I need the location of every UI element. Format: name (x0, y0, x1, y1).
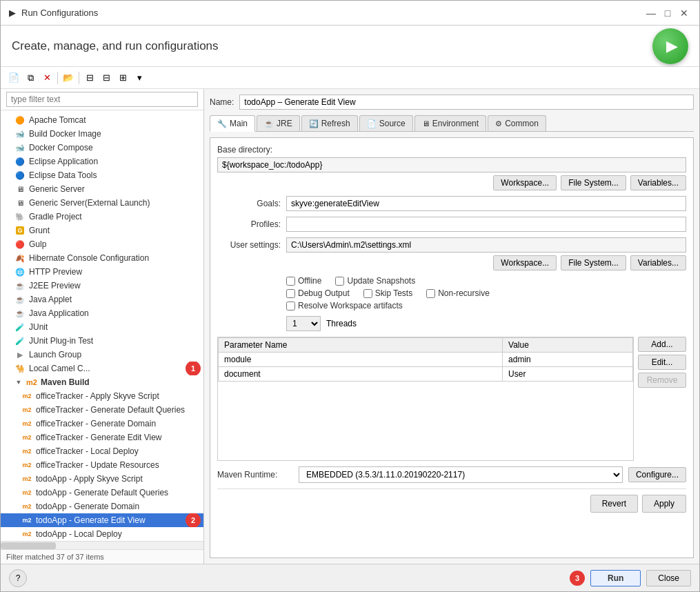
tree-item-hibernate[interactable]: 🍂 Hibernate Console Configuration (1, 251, 203, 265)
apply-btn[interactable]: Apply (642, 495, 686, 513)
tree-item-launch-group[interactable]: ▶ Launch Group (1, 348, 203, 362)
remove-param-btn[interactable]: Remove (638, 373, 686, 388)
close-window-btn[interactable]: ✕ (677, 6, 691, 20)
tab-jre[interactable]: ☕ JRE (257, 115, 300, 131)
tree-item-officetracker-deploy[interactable]: m2 officeTracker - Local Deploy (1, 444, 203, 458)
scrollbar-thumb (1, 542, 56, 549)
revert-apply-row: Revert Apply (217, 489, 686, 513)
tree-item-apache-tomcat[interactable]: 🟠 Apache Tomcat (1, 113, 203, 127)
camel-icon: 🐪 (14, 363, 26, 374)
launch-icon: ▶ (14, 349, 26, 360)
edit-param-btn[interactable]: Edit... (638, 355, 686, 370)
tree-item-http[interactable]: 🌐 HTTP Preview (1, 265, 203, 279)
separator2 (79, 72, 79, 84)
param-row-module[interactable]: module admin (219, 353, 633, 367)
tree-item-officetracker-edit[interactable]: m2 officeTracker - Generate Edit View (1, 431, 203, 444)
offline-checkbox[interactable]: Offline (286, 276, 321, 286)
duplicate-btn[interactable]: ⧉ (23, 70, 38, 86)
tree-item-officetracker-apply[interactable]: m2 officeTracker - Apply Skyve Script (1, 389, 203, 403)
m2-icon: m2 (21, 501, 32, 512)
collapse-all-btn[interactable]: ⊟ (99, 70, 114, 86)
resolve-workspace-checkbox[interactable]: Resolve Workspace artifacts (286, 301, 403, 310)
tree-item-docker-compose[interactable]: 🐋 Docker Compose (1, 141, 203, 155)
view-menu-btn[interactable]: ▾ (132, 70, 147, 86)
update-snapshots-checkbox[interactable]: Update Snapshots (335, 276, 415, 286)
run-green-button[interactable] (652, 28, 688, 64)
tree-item-java-app[interactable]: ☕ Java Application (1, 306, 203, 320)
tree-item-todoapp-deploy[interactable]: m2 todoApp - Local Deploy (1, 527, 203, 541)
base-directory-input[interactable] (217, 157, 686, 172)
tree-item-todoapp-apply[interactable]: m2 todoApp - Apply Skyve Script (1, 472, 203, 486)
tree-item-build-docker[interactable]: 🐋 Build Docker Image (1, 127, 203, 141)
maven-expand-icon: ▼ (14, 378, 23, 386)
workspace-btn-2[interactable]: Workspace... (493, 255, 557, 270)
tree-item-grunt[interactable]: G Grunt (1, 224, 203, 237)
tree-item-gradle[interactable]: 🐘 Gradle Project (1, 210, 203, 224)
params-table: Parameter Name Value module admin (218, 337, 633, 382)
col-param-name: Parameter Name (219, 338, 503, 353)
open-folder-btn[interactable]: 📂 (61, 70, 76, 86)
tree-item-maven-build[interactable]: ▼ m2 Maven Build (1, 375, 203, 389)
workspace-btn-1[interactable]: Workspace... (493, 175, 557, 190)
delete-btn[interactable]: ✕ (39, 70, 54, 86)
tab-common[interactable]: ⚙ Common (488, 115, 546, 131)
tab-environment[interactable]: 🖥 Environment (414, 115, 486, 131)
variables-btn-2[interactable]: Variables... (630, 255, 686, 270)
grunt-icon: G (14, 225, 26, 236)
tree-item-gulp[interactable]: 🔴 Gulp (1, 237, 203, 251)
param-row-document[interactable]: document User (219, 367, 633, 382)
tree-item-java-applet[interactable]: ☕ Java Applet (1, 293, 203, 306)
skip-tests-checkbox[interactable]: Skip Tests (363, 288, 412, 298)
close-btn[interactable]: Close (646, 570, 691, 586)
tree-item-officetracker-update[interactable]: m2 officeTracker - Update Resources (1, 458, 203, 472)
header-title: Create, manage, and run configurations (12, 39, 219, 53)
tree-item-eclipse-app[interactable]: 🔵 Eclipse Application (1, 155, 203, 168)
horizontal-scrollbar[interactable] (1, 541, 203, 549)
minimize-btn[interactable]: — (644, 6, 658, 20)
filesystem-btn-1[interactable]: File System... (561, 175, 626, 190)
m2-icon: m2 (26, 377, 37, 388)
env-tab-icon: 🖥 (422, 119, 430, 128)
tree-item-generic-server[interactable]: 🖥 Generic Server (1, 182, 203, 196)
tree-item-generic-server-ext[interactable]: 🖥 Generic Server(External Launch) (1, 196, 203, 210)
configure-maven-btn[interactable]: Configure... (628, 467, 686, 482)
tree-item-todoapp-default[interactable]: m2 todoApp - Generate Default Queries (1, 486, 203, 500)
run-btn[interactable]: Run (590, 570, 641, 586)
tree-item-local-camel[interactable]: 🐪 Local Camel C... 1 (1, 362, 203, 375)
filter-input[interactable] (6, 92, 198, 107)
non-recursive-checkbox[interactable]: Non-recursive (426, 288, 490, 298)
threads-select[interactable]: 1 2 4 (286, 316, 321, 331)
maximize-btn[interactable]: □ (661, 6, 674, 20)
tree-item-junit-plugin[interactable]: 🧪 JUnit Plug-in Test (1, 334, 203, 348)
tree-item-junit[interactable]: 🧪 JUnit (1, 320, 203, 334)
m2-icon: m2 (21, 487, 32, 498)
tab-main[interactable]: 🔧 Main (210, 115, 255, 132)
goals-input[interactable] (286, 196, 686, 211)
filesystem-btn-2[interactable]: File System... (561, 255, 626, 270)
docker-compose-icon: 🐋 (14, 142, 26, 153)
m2-icon: m2 (21, 404, 32, 415)
tree-item-todoapp-edit[interactable]: m2 todoApp - Generate Edit View 2 (1, 513, 203, 527)
filter-btn[interactable]: ⊟ (82, 70, 97, 86)
maven-runtime-label: Maven Runtime: (217, 470, 293, 480)
threads-label: Threads (326, 319, 357, 328)
help-btn[interactable]: ? (9, 569, 27, 587)
tree-item-officetracker-default[interactable]: m2 officeTracker - Generate Default Quer… (1, 403, 203, 417)
config-content: Base directory: Workspace... File System… (210, 137, 694, 558)
tab-refresh[interactable]: 🔄 Refresh (301, 115, 358, 131)
user-settings-input[interactable] (286, 237, 686, 253)
add-param-btn[interactable]: Add... (638, 337, 686, 352)
tab-source[interactable]: 📄 Source (359, 115, 413, 131)
tree-item-j2ee[interactable]: ☕ J2EE Preview (1, 279, 203, 293)
revert-btn[interactable]: Revert (590, 495, 638, 513)
expand-all-btn[interactable]: ⊞ (115, 70, 130, 86)
tree-item-todoapp-domain[interactable]: m2 todoApp - Generate Domain (1, 500, 203, 513)
maven-runtime-select[interactable]: EMBEDDED (3.5.3/1.11.0.20190220-2117) (299, 466, 623, 483)
tree-item-officetracker-domain[interactable]: m2 officeTracker - Generate Domain (1, 417, 203, 431)
tree-item-eclipse-data[interactable]: 🔵 Eclipse Data Tools (1, 168, 203, 182)
name-input[interactable] (239, 95, 694, 110)
variables-btn-1[interactable]: Variables... (630, 175, 686, 190)
debug-output-checkbox[interactable]: Debug Output (286, 288, 350, 298)
new-config-btn[interactable]: 📄 (6, 70, 21, 86)
profiles-input[interactable] (286, 217, 686, 232)
